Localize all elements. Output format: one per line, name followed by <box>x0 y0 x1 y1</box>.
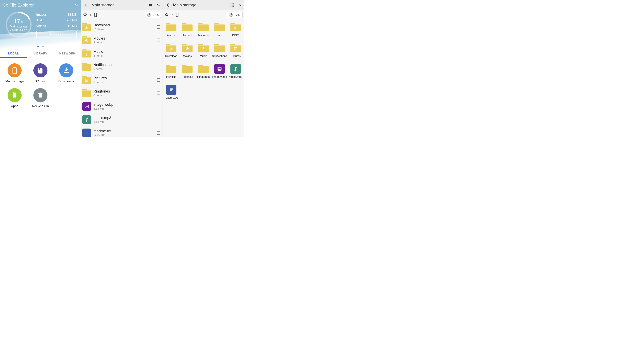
shortcut-grid: Main storage SD card Downloads Apps Recy… <box>0 58 81 113</box>
shortcut-label: Downloads <box>58 79 74 83</box>
view-toggle-grid-icon[interactable] <box>228 1 236 9</box>
breadcrumb-device-icon[interactable] <box>176 12 179 17</box>
breadcrumb-device-icon[interactable] <box>94 12 98 17</box>
list-item[interactable]: image.webp 6.18 MB <box>81 100 162 113</box>
item-label: Alarms <box>164 34 179 40</box>
item-sub: 0 items <box>94 94 154 97</box>
folder-icon <box>166 44 176 52</box>
checkbox[interactable] <box>157 52 160 55</box>
dot-1[interactable] <box>37 46 38 47</box>
item-label: data <box>212 34 227 40</box>
item-name: Movies <box>94 36 154 40</box>
list-item[interactable]: Movies 3 items <box>81 33 162 47</box>
shortcut-label: Main storage <box>5 79 24 83</box>
grid-item[interactable]: Music <box>196 43 211 61</box>
folder-icon <box>82 36 91 44</box>
item-label: music.mp3 <box>228 75 243 82</box>
folder-icon <box>166 23 176 31</box>
grid-item[interactable]: Download <box>163 43 179 61</box>
list-item[interactable]: Ringtones 0 items <box>81 86 162 100</box>
file-icon <box>82 115 91 124</box>
item-sub: 6.18 MB <box>94 120 154 124</box>
grid-item[interactable]: Movies <box>180 43 195 61</box>
grid-item[interactable]: image.webp <box>212 64 228 82</box>
file-icon <box>82 129 91 137</box>
ring-label: Main storage <box>10 25 27 28</box>
item-sub: 2 items <box>94 54 154 57</box>
overflow-menu-icon[interactable] <box>73 2 80 8</box>
view-toggle-list-icon[interactable] <box>147 1 154 9</box>
tab-library[interactable]: LIBRARY <box>27 49 54 58</box>
shortcut-downloads[interactable]: Downloads <box>53 63 79 83</box>
checkbox[interactable] <box>157 91 160 95</box>
list-item[interactable]: music.mp3 6.18 MB <box>81 113 162 126</box>
tab-network[interactable]: NETWORK <box>54 49 81 58</box>
list-item[interactable]: Download 11 items <box>81 20 162 33</box>
checkbox[interactable] <box>157 78 160 82</box>
checkbox[interactable] <box>157 131 160 135</box>
media-stats: Images33 MB Audio2.2 MB Videos16 MB ANAL… <box>36 11 77 38</box>
tabs: LOCAL LIBRARY NETWORK <box>0 49 81 58</box>
item-name: Ringtones <box>94 89 154 93</box>
list-item[interactable]: Notifications 0 items <box>81 60 162 73</box>
grid-item[interactable]: Pictures <box>228 43 244 61</box>
file-icon <box>82 102 91 111</box>
overflow-menu-icon[interactable] <box>155 2 162 8</box>
dot-2[interactable] <box>42 46 44 47</box>
item-name: music.mp3 <box>94 116 154 120</box>
tab-local[interactable]: LOCAL <box>0 49 27 58</box>
breadcrumb-home-icon[interactable] <box>164 13 169 17</box>
checkbox[interactable] <box>157 38 160 42</box>
folder-icon <box>198 23 209 31</box>
shortcut-sd card[interactable]: SD card <box>28 63 53 83</box>
shortcut-apps[interactable]: Apps <box>2 88 28 108</box>
shortcut-recycle bin[interactable]: Recycle Bin <box>28 88 53 108</box>
app-title: Cx File Explorer <box>3 2 34 8</box>
grid-item[interactable]: Podcasts <box>180 64 195 82</box>
grid-item[interactable]: backups <box>196 22 211 40</box>
item-label: Android <box>180 34 195 40</box>
item-label: backups <box>196 34 211 40</box>
list-item[interactable]: Pictures 8 items <box>81 73 162 86</box>
grid-item[interactable]: Alarms <box>163 22 179 40</box>
folder-icon <box>82 49 91 57</box>
grid-item[interactable]: Ringtones <box>196 64 211 82</box>
checkbox[interactable] <box>157 118 160 121</box>
back-button[interactable] <box>82 1 90 9</box>
storage-percent-pill[interactable]: 17% <box>227 12 242 18</box>
checkbox[interactable] <box>157 105 160 108</box>
folder-icon <box>166 65 176 73</box>
grid-item[interactable]: music.mp3 <box>228 64 244 82</box>
download-icon <box>59 63 73 77</box>
checkbox[interactable] <box>157 65 160 68</box>
item-sub: 3 items <box>94 41 154 44</box>
grid-item[interactable]: DCIM <box>228 22 244 40</box>
grid-item[interactable]: data <box>212 22 228 40</box>
grid-item[interactable]: Android <box>180 22 195 40</box>
android-icon <box>8 88 22 102</box>
breadcrumb-home-icon[interactable] <box>83 13 88 17</box>
overflow-menu-icon[interactable] <box>236 2 243 8</box>
item-label: Download <box>164 54 179 61</box>
storage-percent-pill[interactable]: 17% <box>145 12 161 18</box>
list-item[interactable]: readme.txt 12.87 KB <box>81 126 162 137</box>
grid-item[interactable]: Playlists <box>163 64 179 82</box>
item-label: Playlists <box>164 75 179 82</box>
storage-ring[interactable]: 17% Main storage 4.5 GB / 26 GB <box>5 11 32 38</box>
shortcut-main storage[interactable]: Main storage <box>2 63 28 83</box>
back-button[interactable] <box>164 1 172 9</box>
item-label: Notifica­tions <box>212 54 227 61</box>
folder-icon <box>230 23 241 31</box>
item-label: Podcasts <box>180 75 195 82</box>
checkbox[interactable] <box>157 25 160 29</box>
list-item[interactable]: Music 2 items <box>81 47 162 60</box>
item-sub: 11 items <box>94 28 154 31</box>
grid-item[interactable]: Notifica­tions <box>212 43 228 61</box>
grid-pane: Main storage 17% Alarms Android backups … <box>162 0 244 137</box>
sd-icon <box>33 63 48 77</box>
grid-item[interactable]: readme.txt <box>163 85 179 102</box>
item-name: Pictures <box>94 76 154 80</box>
analyze-button[interactable]: ANALYZE <box>36 31 77 38</box>
hero: Cx File Explorer 17% Main storage 4.5 GB… <box>0 0 81 49</box>
shortcut-label: Recycle Bin <box>32 104 49 108</box>
